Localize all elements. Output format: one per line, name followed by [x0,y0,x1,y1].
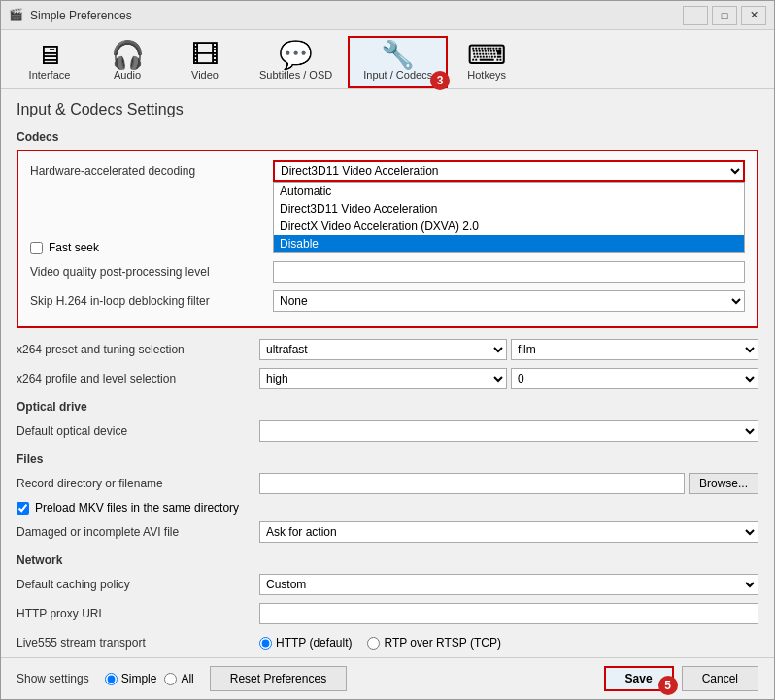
footer-left: Show settings Simple All Reset Preferenc… [17,666,347,691]
optical-header: Optical drive [17,400,758,414]
video-quality-input[interactable] [273,261,745,283]
record-dir-label: Record directory or filename [17,477,259,490]
audio-icon: 🎧 [111,42,145,69]
x264-preset-row: x264 preset and tuning selection ultrafa… [17,338,758,361]
fast-seek-label: Fast seek [49,241,99,254]
files-section: Files Record directory or filename Brows… [17,452,758,544]
input-icon: 🔧 [381,42,415,69]
reset-preferences-button[interactable]: Reset Preferences [210,666,347,691]
damaged-avi-select[interactable]: Ask for action Always fix Never fix [259,521,758,543]
interface-icon: 🖥 [36,42,63,69]
damaged-avi-label: Damaged or incomplete AVI file [17,525,259,539]
nav-item-video[interactable]: 🎞 Video [166,36,244,88]
x264-level-select[interactable]: 0 1 2 [511,368,758,389]
x264-preset-controls: ultrafast superfast veryfast faster fast… [259,339,758,360]
nav-item-interface[interactable]: 🖥 Interface [11,36,88,88]
x264-preset-label: x264 preset and tuning selection [17,343,259,356]
dropdown-item-dxva[interactable]: DirectX Video Acceleration (DXVA) 2.0 [274,217,744,235]
damaged-avi-row: Damaged or incomplete AVI file Ask for a… [17,520,758,544]
main-window: 🎬 Simple Preferences — □ ✕ 🖥 Interface 🎧… [0,0,775,700]
video-quality-label: Video quality post-processing level [30,265,273,279]
record-dir-input[interactable] [259,473,685,494]
network-section: Network Default caching policy Custom Lo… [17,553,758,654]
nav-bar: 🖥 Interface 🎧 Audio 🎞 Video 💬 Subtitles … [1,30,774,89]
network-header: Network [17,553,758,567]
live555-rtp-label: RTP over RTSP (TCP) [384,636,500,650]
show-simple-radio[interactable] [105,673,118,685]
record-dir-row: Record directory or filename Browse... [17,472,758,495]
skip-h264-select[interactable]: None Non-ref Bidir Non-key All [273,290,745,312]
all-option: All [164,672,193,685]
live555-http-label: HTTP (default) [276,636,352,650]
caching-policy-label: Default caching policy [17,578,259,591]
fast-seek-checkbox[interactable] [30,242,43,254]
live555-rtp-option: RTP over RTSP (TCP) [367,636,500,650]
nav-item-hotkeys[interactable]: ⌨ Hotkeys [448,36,525,88]
caching-policy-control: Custom Lowest latency Low latency Normal [259,574,758,595]
nav-item-input[interactable]: 🔧 Input / Codecs 3 [348,36,448,88]
optical-device-select[interactable] [259,420,758,442]
save-badge: 5 [658,676,678,695]
show-all-radio[interactable] [164,673,177,685]
x264-profile-label: x264 profile and level selection [17,372,259,385]
preload-mkv-checkbox[interactable] [17,502,29,515]
hardware-decoding-dropdown: Automatic Direct3D11 Video Acceleration … [273,160,745,182]
dropdown-item-automatic[interactable]: Automatic [274,183,744,200]
optical-section: Optical drive Default optical device [17,400,758,443]
close-button[interactable]: ✕ [741,6,766,25]
maximize-button[interactable]: □ [712,6,737,25]
optical-device-label: Default optical device [17,424,259,438]
page-title: Input & Codecs Settings [17,101,758,118]
nav-label-input: Input / Codecs [363,69,432,81]
nav-label-hotkeys: Hotkeys [467,69,506,81]
live555-http-radio[interactable] [259,637,272,650]
nav-label-video: Video [191,69,219,81]
nav-label-interface: Interface [29,69,71,81]
skip-h264-label: Skip H.264 in-loop deblocking filter [30,294,273,308]
x264-profile-controls: baseline main high high10 0 1 2 [259,368,758,389]
footer-right: Save 5 Cancel [604,666,758,691]
browse-button[interactable]: Browse... [689,473,758,494]
x264-profile-row: x264 profile and level selection baselin… [17,367,758,390]
minimize-button[interactable]: — [683,6,708,25]
live555-options: HTTP (default) RTP over RTSP (TCP) [259,636,501,650]
footer: Show settings Simple All Reset Preferenc… [1,657,774,699]
damaged-avi-control: Ask for action Always fix Never fix [259,521,758,543]
live555-label: Live555 stream transport [17,636,259,650]
skip-h264-row: Skip H.264 in-loop deblocking filter Non… [30,289,745,313]
hardware-decoding-select[interactable]: Automatic Direct3D11 Video Acceleration … [273,160,745,182]
caching-policy-row: Default caching policy Custom Lowest lat… [17,573,758,596]
nav-label-subtitles: Subtitles / OSD [259,69,332,81]
preload-mkv-row: Preload MKV files in the same directory [17,501,758,515]
live555-http-option: HTTP (default) [259,636,352,650]
http-proxy-row: HTTP proxy URL [17,602,758,625]
http-proxy-input[interactable] [259,603,758,624]
video-icon: 🎞 [191,42,219,69]
hardware-decoding-label: Hardware-accelerated decoding [30,164,273,178]
live555-rtp-radio[interactable] [367,637,380,650]
dropdown-item-disable[interactable]: Disable [274,235,744,252]
http-proxy-control [259,603,758,624]
nav-item-subtitles[interactable]: 💬 Subtitles / OSD [244,36,348,88]
nav-item-audio[interactable]: 🎧 Audio [88,36,166,88]
dropdown-item-d3d11[interactable]: Direct3D11 Video Acceleration [274,200,744,217]
http-proxy-label: HTTP proxy URL [17,607,259,620]
show-settings-label: Show settings [17,672,89,685]
nav-label-audio: Audio [114,69,141,81]
codecs-header: Codecs [17,130,758,144]
optical-device-row: Default optical device [17,419,758,443]
live555-row: Live555 stream transport HTTP (default) … [17,631,758,654]
title-bar: 🎬 Simple Preferences — □ ✕ [1,1,774,30]
x264-tuning-select[interactable]: film animation grain [511,339,758,360]
video-quality-control [273,261,745,283]
caching-policy-select[interactable]: Custom Lowest latency Low latency Normal [259,574,758,595]
simple-option: Simple [105,672,157,685]
show-all-label: All [181,672,193,685]
cancel-button[interactable]: Cancel [682,666,758,691]
input-badge: 3 [430,71,450,90]
x264-preset-select[interactable]: ultrafast superfast veryfast faster fast… [259,339,507,360]
x264-profile-select[interactable]: baseline main high high10 [259,368,507,389]
app-icon: 🎬 [9,8,24,23]
video-quality-row: Video quality post-processing level [30,260,745,283]
preload-mkv-label: Preload MKV files in the same directory [35,501,239,515]
